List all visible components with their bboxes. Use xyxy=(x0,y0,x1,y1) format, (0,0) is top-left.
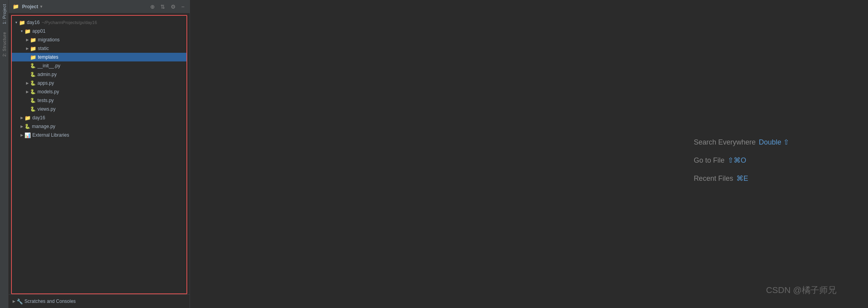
folder-icon: 📁 xyxy=(24,115,31,121)
shortcut-row-recent: Recent Files ⌘E xyxy=(694,174,789,183)
tree-item[interactable]: ▶ 📊 External Libraries xyxy=(12,131,186,139)
arrow-icon: ▶ xyxy=(24,38,30,42)
item-label: External Libraries xyxy=(32,132,69,138)
folder-icon: 📊 xyxy=(24,132,31,138)
left-panel: 📁 Project ▾ ⊕ ⇅ ⚙ − ▾ 📁 day16 ~/PycharmP… xyxy=(9,0,190,308)
arrow-icon: ▶ xyxy=(19,124,24,128)
tree-item[interactable]: ▶ 📁 static xyxy=(12,44,186,53)
item-label: app01 xyxy=(32,28,45,34)
tree-item[interactable]: ▶ 🐍 manage.py xyxy=(12,122,186,131)
watermark: CSDN @橘子师兄 xyxy=(766,284,836,296)
main-area: Search Everywhere Double ⇧ Go to File ⇧⌘… xyxy=(190,0,868,308)
shortcut-row-search: Search Everywhere Double ⇧ xyxy=(694,138,789,147)
py-file-icon: 🐍 xyxy=(30,106,36,112)
folder-icon: 📁 xyxy=(30,46,36,52)
item-label: templates xyxy=(38,54,58,60)
panel-title: Project ▾ xyxy=(22,4,42,9)
item-label: tests.py xyxy=(37,98,54,103)
folder-icon: 📁 xyxy=(13,4,19,9)
scratches-label: Scratches and Consoles xyxy=(24,299,76,304)
py-file-icon: 🐍 xyxy=(30,80,36,86)
item-label: day16 xyxy=(32,115,45,121)
panel-title-label: Project xyxy=(22,4,38,9)
item-label: manage.py xyxy=(32,124,55,129)
item-label: static xyxy=(38,46,49,51)
arrow-icon: ▶ xyxy=(19,116,24,120)
arrow-icon xyxy=(24,98,30,102)
item-label: views.py xyxy=(37,106,56,112)
py-file-icon: 🐍 xyxy=(30,63,36,69)
py-file-icon: 🐍 xyxy=(30,72,36,77)
folder-icon: 📁 xyxy=(30,54,36,60)
item-label: __init__.py xyxy=(37,63,60,69)
item-label: apps.py xyxy=(37,80,54,86)
shortcut-key: Double ⇧ xyxy=(759,138,789,147)
tree-item[interactable]: ▶ 📁 migrations xyxy=(12,35,186,44)
arrow-icon xyxy=(24,107,30,111)
arrow-icon xyxy=(24,72,30,76)
tree-item[interactable]: ▾ 📁 app01 xyxy=(12,27,186,35)
sync-button[interactable]: ⇅ xyxy=(159,3,166,11)
shortcut-row-goto: Go to File ⇧⌘O xyxy=(694,156,789,165)
tree-item[interactable]: ▾ 📁 day16 ~/PycharmProjects/gx/day16 xyxy=(12,18,186,27)
tree-item[interactable]: ▶ 📁 day16 xyxy=(12,113,186,122)
minimize-button[interactable]: − xyxy=(180,3,186,11)
sidebar-tab-project[interactable]: 1: Project xyxy=(1,0,8,28)
arrow-icon xyxy=(24,55,30,59)
folder-icon: 📁 xyxy=(19,20,25,26)
folder-icon: 📁 xyxy=(30,37,36,43)
settings-button[interactable]: ⚙ xyxy=(170,3,177,11)
scratches-icon: 🔧 xyxy=(17,299,23,304)
panel-dropdown-arrow[interactable]: ▾ xyxy=(40,4,42,9)
item-path: ~/PycharmProjects/gx/day16 xyxy=(42,20,97,25)
shortcut-key: ⌘E xyxy=(736,174,748,183)
arrow-icon: ▶ xyxy=(19,133,24,137)
item-label: migrations xyxy=(38,37,60,43)
panel-header: 📁 Project ▾ ⊕ ⇅ ⚙ − xyxy=(9,0,190,13)
sidebar-tab-structure[interactable]: 2: Structure xyxy=(1,28,8,61)
shortcuts-list: Search Everywhere Double ⇧ Go to File ⇧⌘… xyxy=(694,138,789,192)
item-label: day16 xyxy=(27,20,40,25)
tree-item-templates[interactable]: 📁 templates xyxy=(12,53,186,61)
tree-item[interactable]: 🐍 admin.py xyxy=(12,70,186,79)
folder-icon: 📁 xyxy=(24,28,31,34)
sidebar-tabs: 1: Project 2: Structure xyxy=(0,0,9,308)
item-label: models.py xyxy=(37,89,59,95)
scratches-item[interactable]: ▶ 🔧 Scratches and Consoles xyxy=(9,297,190,306)
shortcut-label: Search Everywhere xyxy=(694,138,756,146)
shortcut-label: Recent Files xyxy=(694,174,733,182)
shortcut-key: ⇧⌘O xyxy=(728,156,746,165)
add-button[interactable]: ⊕ xyxy=(149,3,156,11)
shortcut-label: Go to File xyxy=(694,156,725,164)
panel-toolbar: ⊕ ⇅ ⚙ − xyxy=(149,3,186,11)
arrow-icon: ▾ xyxy=(13,20,19,24)
arrow-icon: ▾ xyxy=(19,29,24,33)
scratches-section: ▶ 🔧 Scratches and Consoles xyxy=(9,294,190,308)
tree-item[interactable]: ▶ 🐍 apps.py xyxy=(12,79,186,87)
arrow-icon: ▶ xyxy=(24,81,30,85)
item-label: admin.py xyxy=(37,72,57,77)
tree-border-container: ▾ 📁 day16 ~/PycharmProjects/gx/day16 ▾ 📁… xyxy=(11,15,187,294)
tree-item[interactable]: ▶ 🐍 models.py xyxy=(12,87,186,96)
py-file-icon: 🐍 xyxy=(24,124,30,129)
arrow-icon: ▶ xyxy=(24,46,30,50)
tree-item[interactable]: 🐍 tests.py xyxy=(12,96,186,105)
tree-item[interactable]: 🐍 views.py xyxy=(12,105,186,113)
arrow-icon: ▶ xyxy=(11,299,17,303)
py-file-icon: 🐍 xyxy=(30,89,36,95)
tree-item[interactable]: 🐍 __init__.py xyxy=(12,61,186,70)
file-tree: ▾ 📁 day16 ~/PycharmProjects/gx/day16 ▾ 📁… xyxy=(12,17,186,293)
arrow-icon: ▶ xyxy=(24,90,30,94)
arrow-icon xyxy=(24,64,30,68)
py-file-icon: 🐍 xyxy=(30,98,36,103)
